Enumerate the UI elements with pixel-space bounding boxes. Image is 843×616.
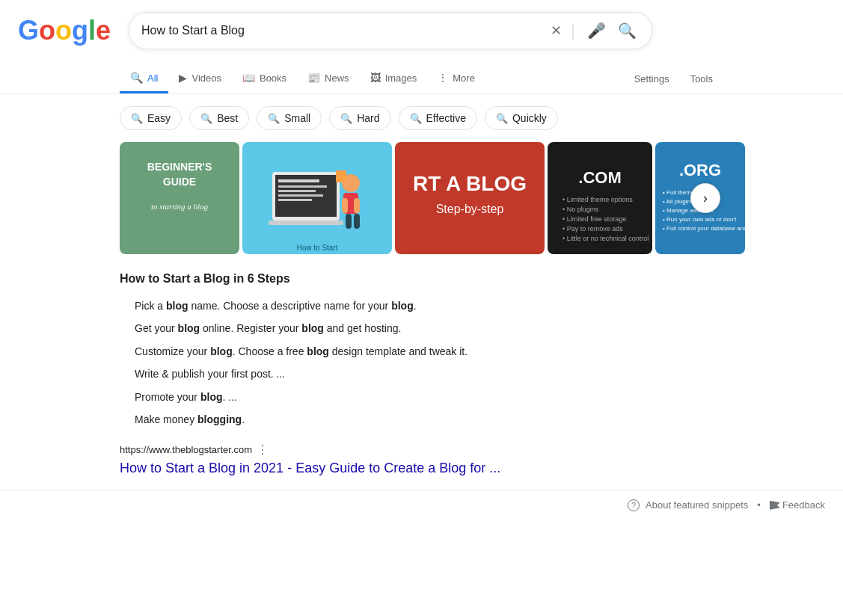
svg-text:• All plugins: • All plugins bbox=[663, 198, 693, 205]
tab-books-label: Books bbox=[260, 73, 286, 84]
chip-search-icon-2: 🔍 bbox=[200, 113, 212, 124]
tab-videos-label: Videos bbox=[191, 73, 221, 84]
about-featured-snippets-link[interactable]: About featured snippets bbox=[646, 499, 748, 511]
bold-blog-5: blog bbox=[210, 345, 233, 357]
image-card-2[interactable]: How to Start bbox=[242, 142, 392, 254]
svg-rect-15 bbox=[342, 198, 348, 213]
tab-videos[interactable]: ▶ Videos bbox=[168, 64, 232, 93]
chip-easy-label: Easy bbox=[147, 112, 171, 124]
bold-blog-6: blog bbox=[307, 345, 329, 357]
list-item-4: Write & publish your first post. ... bbox=[135, 363, 723, 385]
logo-letter-o1: o bbox=[39, 15, 55, 46]
logo-letter-l: l bbox=[88, 15, 96, 46]
separator-dot: • bbox=[757, 499, 761, 511]
chip-hard[interactable]: 🔍 Hard bbox=[329, 106, 390, 130]
list-item-2: Get your blog online. Register your blog… bbox=[135, 317, 723, 339]
result-link[interactable]: How to Start a Blog in 2021 - Easy Guide… bbox=[120, 461, 500, 475]
search-input[interactable]: How to Start a Blog bbox=[141, 24, 545, 37]
books-icon: 📖 bbox=[242, 72, 255, 84]
svg-text:• No plugins: • No plugins bbox=[562, 206, 599, 213]
help-icon[interactable]: ? bbox=[628, 499, 640, 511]
svg-text:How to Start: How to Start bbox=[296, 244, 337, 252]
next-button[interactable]: › bbox=[690, 183, 720, 213]
chip-small-label: Small bbox=[284, 112, 310, 124]
result-url: https://www.theblogstarter.com bbox=[120, 444, 252, 455]
tab-all[interactable]: 🔍 All bbox=[120, 64, 168, 93]
list-item-1: Pick a blog name. Choose a descriptive n… bbox=[135, 295, 723, 317]
svg-text:GUIDE: GUIDE bbox=[163, 176, 196, 188]
chip-search-icon-3: 🔍 bbox=[268, 113, 280, 124]
svg-rect-0 bbox=[120, 142, 239, 254]
feedback-label: Feedback bbox=[782, 499, 825, 511]
header: Google How to Start a Blog ✕ | 🎤 🔍 bbox=[0, 0, 843, 61]
chip-best-label: Best bbox=[217, 112, 238, 124]
svg-text:BEGINNER'S: BEGINNER'S bbox=[147, 161, 212, 173]
bottom-bar: ? About featured snippets • Feedback bbox=[0, 490, 843, 520]
search-submit-button[interactable]: 🔍 bbox=[615, 19, 640, 43]
svg-text:RT A BLOG: RT A BLOG bbox=[413, 172, 527, 195]
bold-blog-1: blog bbox=[166, 300, 188, 312]
images-icon: 🖼 bbox=[370, 72, 381, 84]
svg-text:• Little or no technical contr: • Little or no technical control bbox=[562, 235, 649, 242]
chip-hard-label: Hard bbox=[357, 112, 379, 124]
image-card-4[interactable]: .COM • Limited theme options • No plugin… bbox=[548, 142, 652, 254]
svg-text:to starting a blog: to starting a blog bbox=[151, 202, 209, 211]
more-icon: ⋮ bbox=[438, 72, 448, 84]
svg-text:• Full control your database a: • Full control your database and ho... bbox=[663, 225, 745, 232]
search-bar[interactable]: How to Start a Blog ✕ | 🎤 🔍 bbox=[129, 12, 652, 49]
tab-books[interactable]: 📖 Books bbox=[232, 64, 297, 93]
microphone-button[interactable]: 🎤 bbox=[584, 19, 609, 43]
logo-letter-e: e bbox=[96, 15, 111, 46]
nav-tabs: 🔍 All ▶ Videos 📖 Books 📰 News 🖼 Images ⋮… bbox=[0, 61, 843, 94]
chip-best[interactable]: 🔍 Best bbox=[189, 106, 249, 130]
chip-small[interactable]: 🔍 Small bbox=[257, 106, 322, 130]
result-options-icon[interactable]: ⋮ bbox=[257, 443, 269, 457]
svg-rect-21 bbox=[395, 142, 545, 254]
chip-effective[interactable]: 🔍 Effective bbox=[399, 106, 477, 130]
svg-text:• Pay to remove ads: • Pay to remove ads bbox=[562, 225, 623, 232]
logo-letter-o2: o bbox=[55, 15, 72, 46]
logo-letter-g: G bbox=[18, 15, 39, 46]
divider: | bbox=[571, 21, 575, 40]
list-item-5: Promote your blog. ... bbox=[135, 386, 723, 408]
featured-snippet-title: How to Start a Blog in 6 Steps bbox=[120, 272, 723, 286]
svg-rect-10 bbox=[278, 194, 323, 197]
featured-snippet: How to Start a Blog in 6 Steps Pick a bl… bbox=[120, 272, 723, 431]
google-logo[interactable]: Google bbox=[18, 15, 111, 46]
settings-button[interactable]: Settings bbox=[624, 66, 680, 92]
chip-search-icon-4: 🔍 bbox=[340, 113, 352, 124]
featured-snippet-list: Pick a blog name. Choose a descriptive n… bbox=[120, 295, 723, 431]
tools-button[interactable]: Tools bbox=[680, 66, 723, 92]
nav-right: Settings Tools bbox=[624, 66, 723, 92]
image-card-3[interactable]: RT A BLOG Step-by-step bbox=[395, 142, 545, 254]
news-icon: 📰 bbox=[307, 72, 320, 84]
result-url-line: https://www.theblogstarter.com ⋮ bbox=[120, 443, 723, 457]
tab-all-label: All bbox=[147, 73, 158, 84]
tab-more-label: More bbox=[453, 73, 475, 84]
list-item-3: Customize your blog. Choose a free blog … bbox=[135, 340, 723, 363]
feedback-flag-icon bbox=[770, 501, 780, 510]
suggestion-chips: 🔍 Easy 🔍 Best 🔍 Small 🔍 Hard 🔍 Effective… bbox=[0, 94, 843, 142]
svg-rect-18 bbox=[354, 214, 360, 229]
chip-quickly[interactable]: 🔍 Quickly bbox=[485, 106, 558, 130]
tab-news[interactable]: 📰 News bbox=[297, 64, 360, 93]
tab-images[interactable]: 🖼 Images bbox=[360, 64, 428, 93]
chip-effective-label: Effective bbox=[426, 112, 466, 124]
list-item-6: Make money blogging. bbox=[135, 408, 723, 431]
chip-quickly-label: Quickly bbox=[512, 112, 547, 124]
svg-text:• Run your own ads or don't: • Run your own ads or don't bbox=[663, 216, 737, 223]
tab-more[interactable]: ⋮ More bbox=[427, 64, 485, 93]
clear-icon[interactable]: ✕ bbox=[551, 22, 562, 39]
tab-images-label: Images bbox=[385, 73, 417, 84]
bold-blogging: blogging bbox=[197, 413, 242, 425]
svg-rect-9 bbox=[278, 190, 316, 192]
image-cards-row: BEGINNER'S GUIDE to starting a blog bbox=[0, 142, 843, 254]
svg-text:• Limited theme options: • Limited theme options bbox=[562, 196, 633, 203]
bold-blog-3: blog bbox=[178, 322, 200, 334]
image-card-1[interactable]: BEGINNER'S GUIDE to starting a blog bbox=[120, 142, 239, 254]
svg-text:.ORG: .ORG bbox=[679, 161, 721, 179]
all-search-icon: 🔍 bbox=[130, 72, 143, 84]
feedback-button[interactable]: Feedback bbox=[770, 499, 825, 511]
chip-search-icon: 🔍 bbox=[131, 113, 143, 124]
chip-easy[interactable]: 🔍 Easy bbox=[120, 106, 182, 130]
